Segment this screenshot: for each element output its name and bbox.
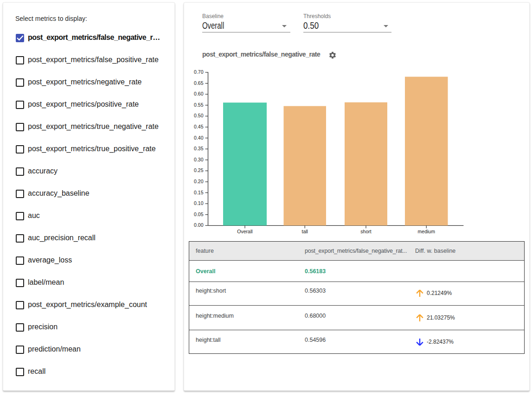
svg-text:0.25: 0.25 — [194, 167, 204, 173]
svg-text:0.40: 0.40 — [194, 135, 204, 141]
svg-text:0.20: 0.20 — [194, 179, 204, 184]
svg-text:0.65: 0.65 — [194, 80, 204, 86]
svg-text:0.50: 0.50 — [194, 113, 204, 118]
svg-text:0.55: 0.55 — [194, 102, 204, 108]
svg-text:0.35: 0.35 — [194, 146, 204, 151]
svg-text:0.70: 0.70 — [194, 69, 204, 75]
svg-text:0.10: 0.10 — [194, 200, 204, 206]
svg-text:0.00: 0.00 — [194, 222, 204, 228]
svg-text:0.05: 0.05 — [194, 211, 204, 217]
svg-text:medium: medium — [418, 229, 436, 234]
svg-text:tall: tall — [302, 229, 308, 234]
svg-text:Overall: Overall — [237, 229, 252, 234]
svg-text:0.15: 0.15 — [194, 190, 204, 195]
svg-text:short: short — [360, 229, 371, 234]
svg-text:0.60: 0.60 — [194, 91, 204, 96]
svg-text:0.30: 0.30 — [194, 157, 204, 162]
svg-text:0.45: 0.45 — [194, 124, 204, 129]
